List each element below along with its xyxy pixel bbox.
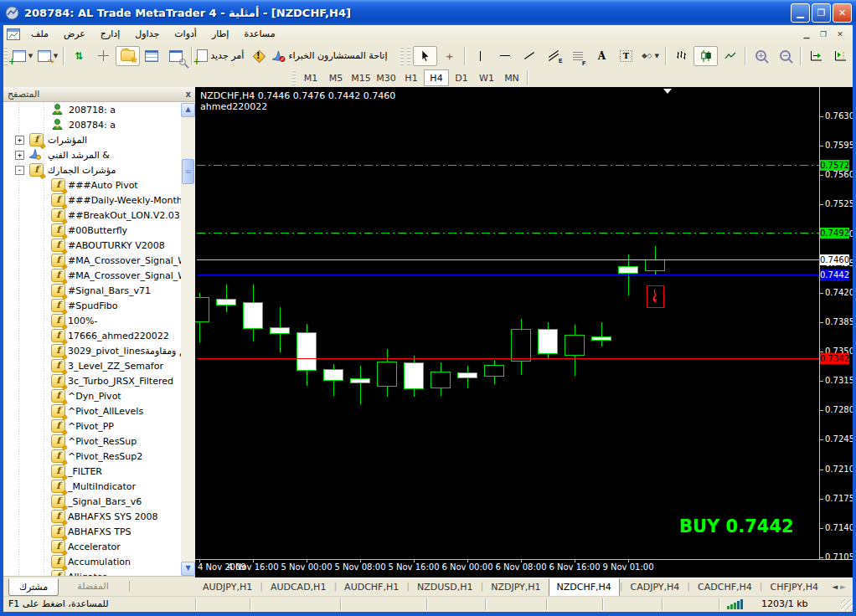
zoom-in-button[interactable]: + bbox=[749, 46, 773, 66]
tree-item[interactable]: f◆###Auto Pivot bbox=[3, 177, 181, 192]
chart-tab-cadchfh4[interactable]: CADCHF,H4 bbox=[690, 579, 760, 595]
tree-item[interactable]: f◆#SpudFibo bbox=[3, 298, 181, 313]
tree-item[interactable]: f◆#MA_Crossover_Signal_Witl bbox=[3, 268, 181, 283]
scroll-up-button[interactable]: ▲ bbox=[181, 103, 195, 117]
tree-item[interactable]: 208784: a bbox=[3, 117, 181, 132]
crosshair-button[interactable]: ＋ bbox=[437, 46, 462, 66]
cursor-button[interactable] bbox=[413, 46, 437, 66]
tree-expander-icon[interactable]: + bbox=[15, 151, 24, 160]
mdi-minimize-button[interactable]: ▁ bbox=[799, 28, 814, 41]
timeframe-h1-button[interactable]: H1 bbox=[399, 69, 424, 86]
navigator-tab-favorites[interactable]: المفضلة bbox=[64, 578, 122, 594]
chart-tab-nzdusdh1[interactable]: NZDUSD,H1 bbox=[410, 579, 481, 595]
vertical-line-button[interactable] bbox=[468, 46, 492, 66]
tree-item[interactable]: f◆#Signal_Bars_v71 bbox=[3, 283, 181, 298]
menu-item-4[interactable]: أدوات bbox=[167, 25, 204, 43]
tree-item[interactable]: f◆3029_pivot_linesدعم ومقاومة bbox=[3, 343, 181, 358]
menu-item-3[interactable]: جداول bbox=[127, 25, 167, 43]
text-button[interactable]: A bbox=[590, 46, 614, 66]
tree-item[interactable]: f◆ABHAFXS SYS 2008 bbox=[3, 509, 181, 524]
text-label-button[interactable]: T bbox=[614, 46, 638, 66]
profiles-button[interactable]: ↷▼ bbox=[35, 46, 60, 66]
mdi-close-button[interactable]: ✕ bbox=[833, 28, 848, 41]
warning-button[interactable]: ! bbox=[246, 46, 271, 66]
tree-item[interactable]: f◆#00Butterfly bbox=[3, 223, 181, 238]
tree-expander-icon[interactable]: + bbox=[15, 136, 24, 145]
timeframe-m30-button[interactable]: M30 bbox=[374, 69, 399, 86]
tabs-scroll-left-icon[interactable]: ◄ bbox=[832, 583, 838, 591]
trendline-button[interactable] bbox=[517, 46, 541, 66]
channel-button[interactable]: E bbox=[541, 46, 565, 66]
menu-item-0[interactable]: ملف bbox=[23, 25, 56, 43]
new-order-button[interactable]: +أمر جديد bbox=[195, 46, 246, 66]
chart-tab-audcadh1[interactable]: AUDCAD,H1 bbox=[263, 579, 334, 595]
arrows-button[interactable]: ◆◇▼ bbox=[638, 46, 663, 66]
maximize-button[interactable]: ❐ bbox=[812, 3, 831, 23]
tree-item[interactable]: f◆^Pivot_ResSup2 bbox=[3, 449, 181, 464]
tree-expander-icon[interactable]: - bbox=[15, 166, 24, 175]
tree-item-group[interactable]: +المرشد الفني & bbox=[3, 147, 181, 162]
navigator-close-icon[interactable]: x bbox=[186, 90, 191, 99]
tree-item[interactable]: f◆_FILTER bbox=[3, 464, 181, 479]
timeframe-mn-button[interactable]: MN bbox=[499, 69, 524, 86]
tree-item[interactable]: 208718: a bbox=[3, 102, 181, 117]
tree-item[interactable]: f◆^Pivot_AllLevels bbox=[3, 403, 181, 418]
navigator-button[interactable]: ★ bbox=[116, 46, 140, 66]
chart-tab-chfjpyh4[interactable]: CHFJPY,H4 bbox=[763, 579, 826, 595]
navigator-tab-common[interactable]: مشترك bbox=[8, 578, 59, 596]
scrollbar-thumb[interactable] bbox=[182, 159, 194, 184]
resize-grip[interactable] bbox=[841, 599, 853, 611]
menu-item-1[interactable]: عرض bbox=[56, 25, 93, 43]
tree-item[interactable]: f◆^Pivot_ResSup bbox=[3, 434, 181, 449]
tree-item[interactable]: f◆ABHAFXS TPS bbox=[3, 524, 181, 539]
tree-item[interactable]: f◆3_Level_ZZ_Semafor bbox=[3, 358, 181, 373]
navigator-tree[interactable]: 208718: a208784: a+f◆المؤشرات+المرشد الف… bbox=[3, 102, 181, 576]
menu-item-6[interactable]: مساعدة bbox=[236, 25, 282, 43]
tree-item[interactable]: f◆#ABOUTURKY V2008 bbox=[3, 238, 181, 253]
scroll-down-button[interactable]: ▼ bbox=[181, 562, 195, 576]
horizontal-line-button[interactable] bbox=[492, 46, 517, 66]
chart-tab-audjpyh1[interactable]: AUDJPY,H1 bbox=[195, 579, 260, 595]
data-window-button[interactable] bbox=[91, 46, 116, 66]
navigator-scrollbar[interactable]: ▲ ▼ bbox=[181, 103, 195, 576]
auto-scroll-button[interactable] bbox=[804, 46, 828, 66]
chart-tab-nzdjpyh1[interactable]: NZDJPY,H1 bbox=[483, 579, 548, 595]
tree-item[interactable]: f◆###Daily-Weekly-Monthly H bbox=[3, 192, 181, 208]
tree-item[interactable]: f◆_Signal_Bars_v6 bbox=[3, 494, 181, 509]
chart-tab-cadjpyh4[interactable]: CADJPY,H4 bbox=[623, 579, 688, 595]
menu-item-5[interactable]: إطار bbox=[204, 25, 236, 43]
tree-item[interactable]: f◆Accumulation bbox=[3, 554, 181, 569]
tree-item[interactable]: f◆##BreakOut_LON.V2.03 bbox=[3, 208, 181, 223]
chart-window[interactable]: NZDCHF,H4 0.7446 0.7476 0.7442 0.7460 ah… bbox=[195, 87, 853, 578]
chart-tab-audchfh1[interactable]: AUDCHF,H1 bbox=[337, 579, 406, 595]
tree-item[interactable]: f◆^Pivot_PP bbox=[3, 418, 181, 434]
timeframe-w1-button[interactable]: W1 bbox=[474, 69, 499, 86]
tree-item[interactable]: f◆100%- bbox=[3, 313, 181, 328]
timeframe-m15-button[interactable]: M15 bbox=[348, 69, 374, 86]
candlestick-chart-button[interactable] bbox=[694, 46, 718, 66]
tree-item[interactable]: f◆17666_ahmed220022 bbox=[3, 328, 181, 343]
timeframe-h4-button[interactable]: H4 bbox=[424, 69, 449, 86]
timeframe-m5-button[interactable]: M5 bbox=[323, 69, 348, 86]
close-button[interactable]: ✕ bbox=[833, 3, 852, 23]
minimize-button[interactable]: ▁ bbox=[791, 3, 810, 23]
fibonacci-button[interactable]: F bbox=[565, 46, 590, 66]
tree-item-group[interactable]: -f◆مؤشرات الجمارك bbox=[3, 162, 181, 177]
terminal-button[interactable] bbox=[140, 46, 164, 66]
expert-advisors-button[interactable]: إتاحة المستشارون الخبراء bbox=[271, 46, 389, 66]
chart-window-icon[interactable] bbox=[7, 28, 20, 40]
tree-item[interactable]: f◆#MA_Crossover_Signal_Witl bbox=[3, 253, 181, 268]
chart-tab-nzdchfh4[interactable]: NZDCHF,H4 bbox=[549, 578, 620, 597]
tree-item[interactable]: f◆_MultiIndicator bbox=[3, 479, 181, 494]
menu-item-2[interactable]: إدارج bbox=[93, 25, 127, 43]
strategy-tester-button[interactable] bbox=[164, 46, 188, 66]
tree-item[interactable]: f◆^Dyn_Pivot bbox=[3, 388, 181, 403]
mdi-restore-button[interactable]: ❐ bbox=[816, 28, 831, 41]
new-chart-button[interactable]: +▼ bbox=[10, 46, 35, 66]
tree-item[interactable]: f◆3c_Turbo_JRSX_Filtered bbox=[3, 373, 181, 388]
market-watch-button[interactable]: ⇅ bbox=[67, 46, 91, 66]
timeframe-d1-button[interactable]: D1 bbox=[449, 69, 474, 86]
line-chart-button[interactable] bbox=[718, 46, 742, 66]
tabs-scroll-right-icon[interactable]: ► bbox=[840, 583, 846, 591]
tree-item[interactable]: f◆Alligator bbox=[3, 569, 181, 576]
